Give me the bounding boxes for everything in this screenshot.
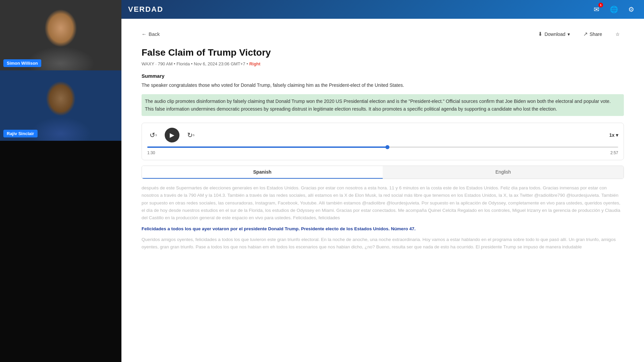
article-meta: WAXY · 790 AM • Florida • Nov 6, 2024 23… <box>142 61 624 66</box>
total-time: 2:57 <box>610 150 618 155</box>
play-button[interactable]: ▶ <box>165 128 179 142</box>
speaker-name-top: Simon Willison <box>3 59 41 67</box>
time-labels: 1:30 2:57 <box>147 150 618 155</box>
back-arrow-icon: ← <box>142 31 147 37</box>
transcript-highlighted: Felicidades a todos los que ayer votaron… <box>142 225 624 233</box>
player-controls: ↺5 ▶ ↻5 1x ▾ <box>147 128 618 142</box>
speaker-name-bottom: Rajiv Sinclair <box>3 130 38 137</box>
tab-spanish[interactable]: Spanish <box>142 166 383 179</box>
notification-icon[interactable]: ✉ 1 <box>590 3 602 15</box>
download-chevron-icon: ▾ <box>568 32 570 37</box>
brand-logo: VERDAD <box>128 5 163 14</box>
progress-fill <box>147 146 387 148</box>
forward-button[interactable]: ↻5 <box>185 129 197 141</box>
globe-icon[interactable]: 🌐 <box>608 3 620 15</box>
download-label: Download <box>544 32 565 37</box>
speed-label: 1x <box>609 132 614 138</box>
video-tile-bottom: Rajiv Sinclair <box>0 70 121 141</box>
speed-chevron-icon: ▾ <box>616 132 618 138</box>
bookmark-button[interactable]: ☆ <box>611 29 624 39</box>
navbar: VERDAD ✉ 1 🌐 ⚙ <box>121 0 644 19</box>
bias-label: Right <box>249 61 260 66</box>
share-label: Share <box>590 32 602 37</box>
main-area: VERDAD ✉ 1 🌐 ⚙ ← Back ⬇ Download ▾ <box>121 0 644 362</box>
content-panel: ← Back ⬇ Download ▾ ↗ Share ☆ False Clai… <box>121 19 644 362</box>
video-empty-space <box>0 141 121 362</box>
back-label: Back <box>149 31 160 37</box>
transcript-text-after: Queridos amigos oyentes, felicidades a t… <box>142 236 624 251</box>
notification-badge: 1 <box>598 3 603 7</box>
summary-text: The speaker congratulates those who vote… <box>142 81 624 89</box>
transcript-text-before: después de este Supermartes de eleccione… <box>142 184 624 222</box>
share-icon: ↗ <box>583 31 588 37</box>
download-icon: ⬇ <box>538 31 542 37</box>
article-title: False Claim of Trump Victory <box>142 47 624 58</box>
back-button[interactable]: ← Back <box>142 31 160 37</box>
summary-heading: Summary <box>142 73 624 79</box>
top-bar-actions: ⬇ Download ▾ ↗ Share ☆ <box>534 29 624 39</box>
current-time: 1:30 <box>147 150 155 155</box>
progress-bar[interactable] <box>147 146 618 148</box>
video-tile-top: Simon Willison <box>0 0 121 70</box>
highlighted-block: The audio clip promotes disinformation b… <box>142 94 624 116</box>
share-button[interactable]: ↗ Share <box>579 29 606 39</box>
star-icon: ☆ <box>615 32 620 37</box>
navbar-icons: ✉ 1 🌐 ⚙ <box>590 3 637 15</box>
video-panel: Simon Willison Rajiv Sinclair <box>0 0 121 362</box>
article-meta-text: WAXY · 790 AM • Florida • Nov 6, 2024 23… <box>142 61 248 66</box>
top-bar: ← Back ⬇ Download ▾ ↗ Share ☆ <box>142 29 624 39</box>
tab-english[interactable]: English <box>383 166 624 179</box>
progress-dot <box>385 145 389 149</box>
speed-control[interactable]: 1x ▾ <box>609 132 618 138</box>
download-button[interactable]: ⬇ Download ▾ <box>534 29 574 39</box>
language-tabs: Spanish English <box>142 166 624 179</box>
rewind-button[interactable]: ↺5 <box>147 129 159 141</box>
settings-icon[interactable]: ⚙ <box>625 3 637 15</box>
audio-player: ↺5 ▶ ↻5 1x ▾ 1:30 2:57 <box>142 123 624 160</box>
